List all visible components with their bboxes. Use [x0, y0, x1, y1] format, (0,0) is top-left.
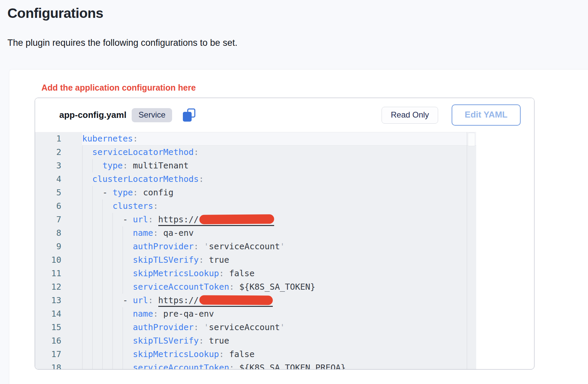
- line-content: clusters:: [82, 199, 476, 213]
- indent-guide: [82, 146, 92, 159]
- token-key: name: [133, 309, 153, 319]
- indent-guide: [82, 159, 92, 172]
- token-key: type: [102, 161, 123, 170]
- scrollbar-thumb[interactable]: [468, 133, 475, 146]
- indent-guide: [112, 361, 123, 370]
- indent-guide: [82, 240, 92, 253]
- token-key: clusterLocatorMethods: [92, 174, 199, 184]
- config-card: Add the application configuration here a…: [9, 70, 588, 384]
- code-editor[interactable]: 1kubernetes:2serviceLocatorMethod:3type:…: [35, 132, 476, 370]
- indent-guide: [92, 267, 102, 280]
- token-colon: :: [219, 349, 224, 359]
- indent-guide: [123, 226, 133, 240]
- line-number: 13: [35, 294, 61, 307]
- code-line: 15authProvider: 'serviceAccount': [35, 321, 476, 334]
- indent-guide: [82, 334, 92, 348]
- indent-guide: [82, 226, 92, 240]
- indent-guide: [102, 334, 112, 348]
- line-number: 14: [35, 307, 61, 321]
- code-line: 3type: multiTenant: [35, 159, 476, 172]
- indent-guide: [82, 321, 92, 334]
- line-content: - url: https://: [82, 213, 476, 226]
- indent-guide: [82, 172, 92, 186]
- code-line: 16skipTLSVerify: true: [35, 334, 476, 348]
- line-content: name: pre-qa-env: [82, 307, 476, 321]
- line-number: 1: [35, 132, 61, 146]
- line-content: authProvider: 'serviceAccount': [82, 240, 476, 253]
- indent-guide: [123, 280, 133, 294]
- indent-guide: [82, 280, 92, 294]
- token-plain: [199, 322, 204, 332]
- indent-guide: [82, 199, 92, 213]
- indent-guide: [82, 253, 92, 267]
- token-colon: :: [219, 268, 224, 278]
- token-colon: :: [123, 161, 128, 170]
- indent-guide: [102, 253, 112, 267]
- line-content: skipTLSVerify: true: [82, 253, 476, 267]
- indent-guide: [102, 226, 112, 240]
- edit-yaml-button[interactable]: Edit YAML: [452, 104, 521, 126]
- token-key: skipTLSVerify: [133, 255, 199, 265]
- token-colon: :: [194, 242, 199, 251]
- line-number: 16: [35, 334, 61, 348]
- indent-guide: [102, 240, 112, 253]
- token-plain: config: [138, 188, 173, 197]
- token-dash: -: [102, 188, 112, 197]
- indent-guide: [123, 253, 133, 267]
- token-colon: :: [148, 295, 153, 305]
- page-subtitle: The plugin requires the following config…: [7, 38, 237, 48]
- indent-guide: [112, 267, 123, 280]
- service-badge: Service: [132, 108, 172, 122]
- indent-guide: [112, 307, 123, 321]
- token-key: skipMetricsLookup: [133, 268, 219, 278]
- indent-guide: [123, 348, 133, 361]
- token-quote: ': [280, 322, 285, 332]
- indent-guide: [102, 213, 112, 226]
- indent-guide: [102, 267, 112, 280]
- indent-guide: [102, 321, 112, 334]
- line-number: 3: [35, 159, 61, 172]
- indent-guide: [82, 348, 92, 361]
- indent-guide: [112, 334, 123, 348]
- indent-guide: [102, 199, 112, 213]
- redacted-url: [199, 295, 273, 305]
- line-content: - url: https://: [82, 294, 476, 307]
- indent-guide: [123, 321, 133, 334]
- token-dash: -: [123, 215, 133, 224]
- scrollbar[interactable]: [467, 132, 476, 370]
- token-key: authProvider: [133, 322, 194, 332]
- indent-guide: [112, 294, 123, 307]
- token-plain: false: [224, 268, 254, 278]
- code-line: 14name: pre-qa-env: [35, 307, 476, 321]
- line-number: 2: [35, 146, 61, 159]
- copy-icon[interactable]: [183, 108, 195, 122]
- url-link[interactable]: https://: [158, 295, 273, 307]
- code-line: 13- url: https://: [35, 294, 476, 307]
- indent-guide: [92, 186, 102, 199]
- code-line: 10skipTLSVerify: true: [35, 253, 476, 267]
- read-only-button[interactable]: Read Only: [382, 107, 438, 124]
- token-plain: serviceAccount: [209, 322, 280, 332]
- token-key: kubernetes: [82, 134, 133, 143]
- token-plain: true: [204, 255, 229, 265]
- indent-guide: [123, 334, 133, 348]
- line-number: 10: [35, 253, 61, 267]
- copy-icon-front: [183, 112, 192, 122]
- token-key: serviceLocatorMethod: [92, 147, 194, 157]
- url-link[interactable]: https://: [158, 215, 274, 226]
- indent-guide: [92, 240, 102, 253]
- line-content: authProvider: 'serviceAccount': [82, 321, 476, 334]
- token-colon: :: [153, 309, 158, 319]
- token-colon: :: [229, 363, 234, 370]
- indent-guide: [123, 240, 133, 253]
- indent-guide: [92, 294, 102, 307]
- code-lines: 1kubernetes:2serviceLocatorMethod:3type:…: [35, 132, 476, 370]
- indent-guide: [102, 348, 112, 361]
- indent-guide: [112, 226, 123, 240]
- indent-guide: [92, 253, 102, 267]
- indent-guide: [123, 307, 133, 321]
- line-content: serviceAccountToken: ${K8S_SA_TOKEN_PREQ…: [82, 361, 476, 370]
- yaml-editor-frame: app-config.yaml Service Read Only Edit Y…: [35, 98, 534, 370]
- token-dash: -: [123, 295, 133, 305]
- code-line: 17skipMetricsLookup: false: [35, 348, 476, 361]
